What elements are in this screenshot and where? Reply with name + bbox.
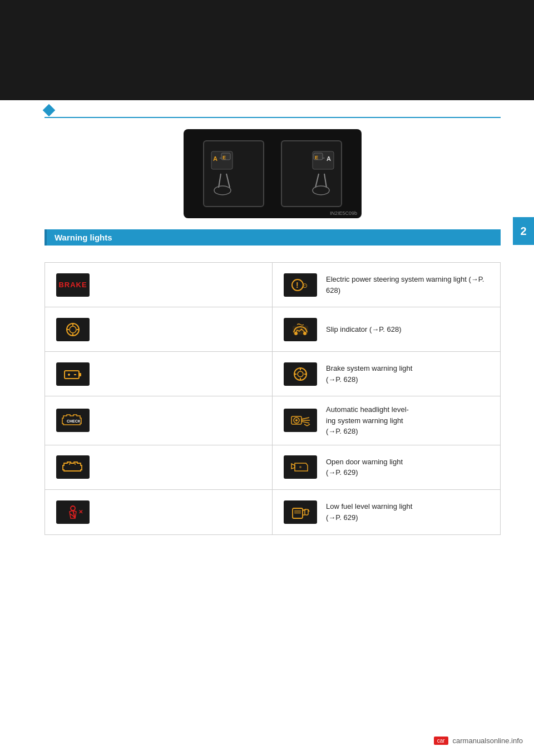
watermark-text: carmanualsonline.info	[453, 737, 523, 745]
seatbelt-icon-box: ✕	[56, 500, 90, 524]
svg-text:A: A	[213, 155, 217, 162]
warning-cell-tpms-left	[45, 307, 273, 352]
left-gauge-svg: A " E	[209, 149, 259, 199]
fuel-icon	[289, 504, 312, 521]
svg-rect-28	[65, 371, 79, 379]
check-icon-box: CHECK	[56, 409, 90, 432]
fuel-warning-text: Low fuel level warning light(→P. 629)	[326, 501, 412, 523]
brake-system-icon	[289, 366, 312, 382]
tpms-icon-box	[56, 318, 90, 341]
blue-diamond-icon	[43, 104, 56, 117]
svg-point-34	[298, 371, 303, 377]
svg-text:": "	[323, 156, 324, 162]
brake-icon: BRAKE	[58, 281, 87, 289]
cluster-caption: IN2IE5C09b	[330, 210, 357, 216]
watermark: car carmanualsonline.info	[434, 737, 523, 745]
svg-line-5	[219, 174, 221, 188]
cluster-image-box: A " E E " A	[184, 129, 362, 218]
svg-point-27	[303, 332, 306, 335]
svg-text:E: E	[222, 155, 226, 160]
warning-lights-section-header: Warning lights	[44, 229, 501, 246]
svg-point-15	[313, 186, 329, 195]
warning-cell-check-left: CHECK	[45, 396, 273, 445]
brake-icon-box: BRAKE	[56, 273, 90, 297]
svg-rect-55	[305, 509, 308, 515]
svg-text:✕: ✕	[78, 509, 83, 515]
warning-cell-seatbelt-left: ✕	[45, 490, 273, 534]
brake-system-warning-text: Brake system warning light(→P. 628)	[326, 363, 412, 385]
slip-icon-box	[284, 318, 317, 341]
warning-cell-eps-right: ! ⊙ Electric power steering system warni…	[273, 263, 500, 307]
warning-cell-door-right: Open door warning light(→P. 629)	[273, 445, 500, 490]
svg-point-7	[214, 186, 231, 195]
headlight-icon-box	[284, 409, 317, 432]
warning-cell-brake-left: BRAKE	[45, 263, 273, 307]
headlight-icon	[289, 412, 312, 429]
engine-icon	[61, 458, 85, 476]
svg-point-26	[294, 332, 298, 335]
warning-cell-brake-system-right: Brake system warning light(→P. 628)	[273, 352, 500, 396]
check-icon: CHECK	[59, 410, 87, 430]
warning-cell-headlight-right: Automatic headlight level-ing system war…	[273, 396, 500, 445]
eps-warning-text: Electric power steering system warning l…	[326, 274, 489, 296]
svg-text:E: E	[315, 155, 318, 160]
slip-icon	[289, 321, 312, 338]
warning-cell-engine-left	[45, 445, 273, 490]
warning-cell-slip-right: Slip indicator (→P. 628)	[273, 307, 500, 352]
brake-system-icon-box	[284, 362, 317, 386]
svg-rect-53	[294, 510, 301, 514]
svg-text:A: A	[327, 155, 331, 162]
fuel-icon-box	[284, 500, 317, 524]
main-content: A " E E " A	[0, 106, 534, 568]
svg-text:CHECK: CHECK	[67, 419, 81, 423]
section-header	[44, 106, 501, 118]
svg-point-48	[299, 466, 301, 468]
door-icon-box	[284, 455, 317, 479]
svg-line-6	[226, 174, 230, 188]
svg-line-45	[301, 421, 309, 423]
eps-icon-box: ! ⊙	[284, 273, 317, 297]
tpms-icon	[62, 321, 84, 338]
headlight-warning-text: Automatic headlight level-ing system war…	[326, 404, 409, 437]
eps-warning-icon: ! ⊙	[290, 277, 310, 293]
svg-line-13	[315, 174, 319, 188]
svg-point-20	[70, 326, 76, 333]
battery-icon-box	[56, 362, 90, 386]
svg-point-42	[295, 419, 298, 421]
engine-icon-box	[56, 455, 90, 479]
slip-warning-text: Slip indicator (→P. 628)	[326, 324, 402, 335]
door-warning-text: Open door warning light(→P. 629)	[326, 456, 403, 478]
left-gauge: A " E	[203, 140, 264, 207]
svg-rect-29	[79, 373, 81, 376]
cluster-image-area: A " E E " A	[44, 129, 501, 218]
right-gauge-svg: E " A	[286, 149, 337, 199]
svg-line-43	[301, 418, 309, 419]
svg-text:⊙: ⊙	[302, 282, 308, 289]
seatbelt-icon: ✕	[62, 504, 84, 521]
watermark-logo: car	[434, 737, 448, 745]
battery-icon	[62, 366, 84, 382]
warning-cell-battery-left	[45, 352, 273, 396]
top-dark-area	[0, 0, 534, 100]
svg-text:!: !	[296, 281, 299, 289]
warning-lights-grid: BRAKE ! ⊙ Electric power steering system…	[44, 262, 501, 535]
open-door-icon	[289, 459, 312, 475]
svg-line-14	[324, 174, 327, 188]
svg-point-49	[71, 506, 75, 510]
warning-cell-fuel-right: Low fuel level warning light(→P. 629)	[273, 490, 500, 534]
right-gauge: E " A	[281, 140, 342, 207]
